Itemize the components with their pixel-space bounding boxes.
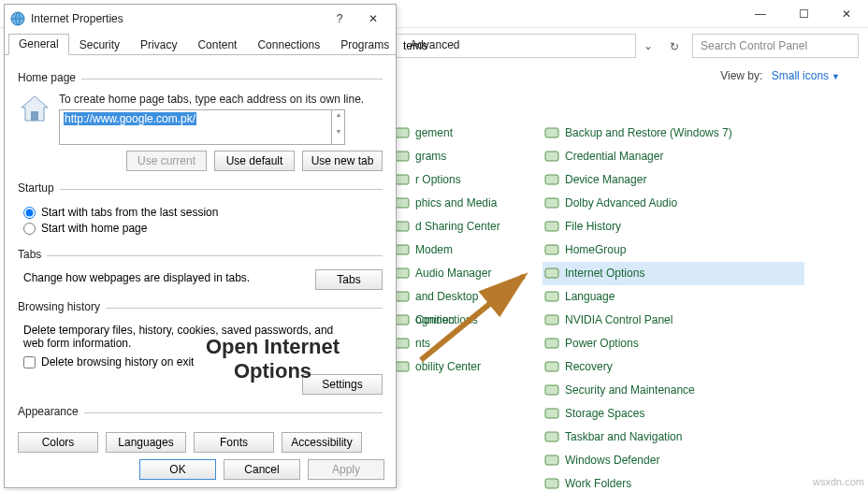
use-new-tab-button[interactable]: Use new tab <box>302 151 383 171</box>
svg-rect-14 <box>545 198 558 208</box>
svg-rect-23 <box>545 409 558 418</box>
svg-rect-22 <box>545 385 558 395</box>
cp-item[interactable]: File History <box>542 215 804 238</box>
cp-item[interactable]: Security and Maintenance <box>542 379 804 402</box>
radio-home-page[interactable] <box>23 223 36 235</box>
cp-item[interactable]: Dolby Advanced Audio <box>542 192 804 215</box>
startup-opt1-label: Start with tabs from the last session <box>41 206 218 219</box>
cp-item[interactable]: phics and Media <box>393 192 542 215</box>
startup-opt-last-session[interactable]: Start with tabs from the last session <box>23 206 383 219</box>
startup-section: Startup Start with tabs from the last se… <box>18 182 383 241</box>
use-default-button[interactable]: Use default <box>214 151 295 171</box>
cp-item[interactable]: Modem <box>393 238 542 262</box>
tabs-legend: Tabs <box>18 248 47 261</box>
home-page-legend: Home page <box>18 71 81 84</box>
startup-legend: Startup <box>18 181 60 195</box>
delete-on-exit-checkbox[interactable] <box>23 356 36 368</box>
cp-item[interactable]: ognition <box>393 309 542 332</box>
cp-item[interactable]: gement <box>393 122 542 145</box>
cp-item[interactable]: Language <box>542 285 804 309</box>
tab-content[interactable]: Content <box>187 35 247 55</box>
tab-strip: GeneralSecurityPrivacyContentConnections… <box>5 33 396 55</box>
svg-rect-8 <box>396 315 409 325</box>
ok-button[interactable]: OK <box>139 459 216 480</box>
cp-item[interactable]: r Options <box>393 168 542 192</box>
cp-item[interactable]: Internet Options <box>542 262 804 285</box>
svg-rect-12 <box>545 152 558 161</box>
delete-on-exit-label: Delete browsing history on exit <box>41 355 194 368</box>
cp-item[interactable]: nts <box>393 332 542 355</box>
use-current-button[interactable]: Use current <box>126 151 207 171</box>
fonts-button[interactable]: Fonts <box>194 432 274 453</box>
cp-item[interactable]: Storage Spaces <box>542 402 804 426</box>
cp-item[interactable]: Device Manager <box>542 168 804 192</box>
delete-on-exit-row[interactable]: Delete browsing history on exit <box>23 355 383 368</box>
svg-rect-2 <box>396 175 409 184</box>
chevron-down-icon[interactable]: ⌄ <box>644 39 657 52</box>
appearance-legend: Appearance <box>18 405 84 418</box>
tabs-button[interactable]: Tabs <box>315 269 383 290</box>
svg-rect-1 <box>396 152 409 161</box>
cp-item[interactable]: Power Options <box>542 332 804 355</box>
svg-rect-29 <box>31 111 38 121</box>
close-button[interactable]: ✕ <box>356 8 390 29</box>
svg-rect-18 <box>545 292 558 301</box>
dialog-title: Internet Properties <box>31 12 323 25</box>
cp-item[interactable]: NVIDIA Control Panel <box>542 309 804 332</box>
apply-button[interactable]: Apply <box>308 459 384 480</box>
cp-item[interactable]: obility Center <box>393 355 542 379</box>
colors-button[interactable]: Colors <box>18 432 98 453</box>
svg-rect-9 <box>396 339 409 348</box>
search-input[interactable]: Search Control Panel <box>692 34 859 58</box>
cp-item[interactable]: Credential Manager <box>542 145 804 168</box>
svg-rect-15 <box>545 222 558 231</box>
cp-item[interactable]: and Desktop Connections <box>393 285 542 309</box>
control-panel-items: gementgramsr Optionsphics and Mediad Sha… <box>393 122 842 491</box>
svg-rect-25 <box>545 455 558 465</box>
cp-item[interactable]: Backup and Restore (Windows 7) <box>542 122 804 145</box>
history-desc: Delete temporary files, history, cookies… <box>23 324 341 350</box>
settings-button[interactable]: Settings <box>302 374 383 395</box>
history-legend: Browsing history <box>18 300 106 313</box>
maximize-button[interactable]: ☐ <box>782 0 825 28</box>
cp-item[interactable]: Audio Manager <box>393 262 542 285</box>
cp-item[interactable]: Taskbar and Navigation <box>542 426 804 449</box>
dialog-footer: OK Cancel Apply <box>139 459 384 480</box>
tab-connections[interactable]: Connections <box>247 35 330 55</box>
cp-item[interactable]: Recovery <box>542 355 804 379</box>
svg-rect-13 <box>545 175 558 184</box>
refresh-button[interactable]: ↻ <box>664 36 685 56</box>
chevron-down-icon: ▼ <box>832 72 840 81</box>
help-button[interactable]: ? <box>323 8 356 29</box>
cp-col-left: gementgramsr Optionsphics and Mediad Sha… <box>393 122 542 491</box>
home-page-desc: To create home page tabs, type each addr… <box>59 93 383 106</box>
radio-last-session[interactable] <box>23 207 36 219</box>
cp-item[interactable]: Windows Defender <box>542 449 804 472</box>
cp-item[interactable]: grams <box>393 145 542 168</box>
svg-rect-16 <box>545 245 558 254</box>
tab-general[interactable]: General <box>8 34 69 55</box>
startup-opt-home[interactable]: Start with home page <box>23 222 383 235</box>
svg-rect-17 <box>545 268 558 278</box>
accessibility-button[interactable]: Accessibility <box>282 432 362 453</box>
svg-rect-21 <box>545 362 558 371</box>
view-by-value[interactable]: Small icons▼ <box>772 69 840 82</box>
view-by: View by: Small icons▼ <box>720 69 840 82</box>
cp-item[interactable]: d Sharing Center <box>393 215 542 238</box>
close-button[interactable]: ✕ <box>825 0 868 28</box>
cp-item[interactable]: HomeGroup <box>542 238 804 262</box>
svg-rect-6 <box>396 268 409 278</box>
home-page-input[interactable]: http://www.google.com.pk/ <box>59 109 332 145</box>
tab-privacy[interactable]: Privacy <box>130 35 187 55</box>
tab-advanced[interactable]: Advanced <box>399 35 470 55</box>
languages-button[interactable]: Languages <box>106 432 186 453</box>
textarea-scrollbar[interactable]: ▴▾ <box>332 109 345 145</box>
cp-item[interactable]: Work Folders <box>542 472 804 491</box>
cancel-button[interactable]: Cancel <box>224 459 300 480</box>
minimize-button[interactable]: — <box>739 0 782 28</box>
tab-programs[interactable]: Programs <box>330 35 399 55</box>
svg-rect-19 <box>545 315 558 325</box>
tab-security[interactable]: Security <box>69 35 130 55</box>
svg-rect-4 <box>396 222 409 231</box>
home-icon <box>18 93 51 126</box>
